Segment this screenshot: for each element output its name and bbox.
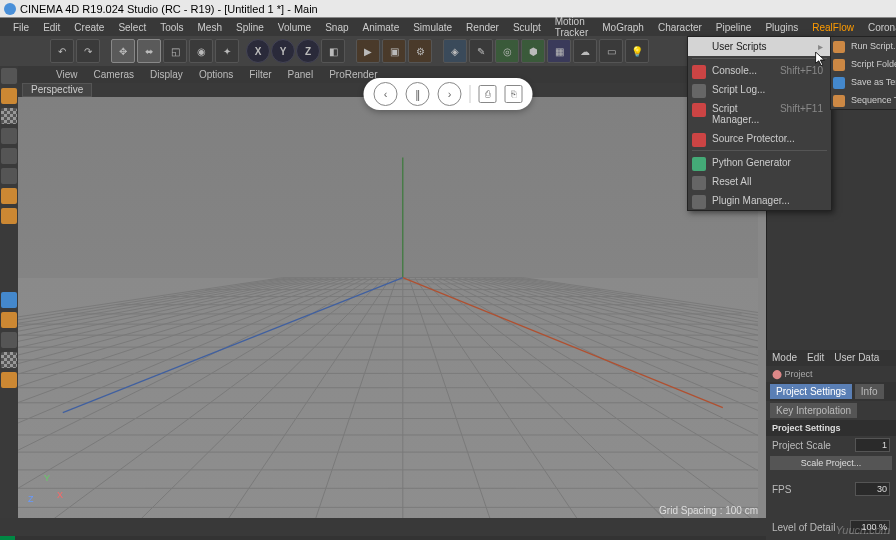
reset-all-item[interactable]: Reset All xyxy=(688,172,831,191)
vp-menu-options[interactable]: Options xyxy=(191,68,241,81)
vp-menu-panel[interactable]: Panel xyxy=(280,68,322,81)
script-dropdown-menu: User Scripts▸ Console...Shift+F10 Script… xyxy=(687,36,832,211)
attr-mode[interactable]: Mode xyxy=(772,352,797,364)
select-tool[interactable]: ✥ xyxy=(111,39,135,63)
menu-mograph[interactable]: MoGraph xyxy=(595,20,651,35)
attr-userdata[interactable]: User Data xyxy=(834,352,879,364)
object-mode-icon[interactable] xyxy=(1,88,17,104)
model-mode-icon[interactable] xyxy=(1,68,17,84)
point-mode-icon[interactable] xyxy=(1,148,17,164)
folder-icon xyxy=(833,59,845,71)
menu-motiontracker[interactable]: Motion Tracker xyxy=(548,14,596,40)
axis-gizmo[interactable]: Y X Z xyxy=(28,473,63,508)
y-axis-lock[interactable]: Y xyxy=(271,39,295,63)
snap-icon[interactable] xyxy=(1,292,17,308)
scale-tool[interactable]: ◱ xyxy=(163,39,187,63)
main-menubar: File Edit Create Select Tools Mesh Splin… xyxy=(0,18,896,36)
render-region[interactable]: ▣ xyxy=(382,39,406,63)
undo-button[interactable]: ↶ xyxy=(50,39,74,63)
render-view[interactable]: ▶ xyxy=(356,39,380,63)
pen-tool[interactable]: ✎ xyxy=(469,39,493,63)
menu-sculpt[interactable]: Sculpt xyxy=(506,20,548,35)
manager-icon xyxy=(692,103,706,117)
project-scale-label: Project Scale xyxy=(772,440,831,451)
vp-menu-cameras[interactable]: Cameras xyxy=(86,68,143,81)
menu-plugins[interactable]: Plugins xyxy=(758,20,805,35)
reset-icon xyxy=(692,176,706,190)
vp-menu-display[interactable]: Display xyxy=(142,68,191,81)
redo-button[interactable]: ↷ xyxy=(76,39,100,63)
prev-button[interactable]: ‹ xyxy=(374,82,398,106)
project-scale-input[interactable] xyxy=(855,438,890,452)
vp-menu-filter[interactable]: Filter xyxy=(241,68,279,81)
next-button[interactable]: › xyxy=(438,82,462,106)
vp-menu-view[interactable]: View xyxy=(48,68,86,81)
python-icon xyxy=(692,157,706,171)
render-settings[interactable]: ⚙ xyxy=(408,39,432,63)
menu-animate[interactable]: Animate xyxy=(356,20,407,35)
save-template-item[interactable]: Save as Temp xyxy=(831,73,896,91)
plugin-manager-item[interactable]: Plugin Manager... xyxy=(688,191,831,210)
menu-create[interactable]: Create xyxy=(67,20,111,35)
user-scripts-item[interactable]: User Scripts▸ xyxy=(688,37,831,56)
camera-obj[interactable]: ▭ xyxy=(599,39,623,63)
menu-volume[interactable]: Volume xyxy=(271,20,318,35)
tab-project-settings[interactable]: Project Settings xyxy=(770,384,852,399)
attr-edit[interactable]: Edit xyxy=(807,352,824,364)
menu-edit[interactable]: Edit xyxy=(36,20,67,35)
viewport-solo-icon[interactable] xyxy=(1,372,17,388)
menu-character[interactable]: Character xyxy=(651,20,709,35)
menu-select[interactable]: Select xyxy=(111,20,153,35)
menu-realflow[interactable]: RealFlow xyxy=(805,20,861,35)
polygon-mode-icon[interactable] xyxy=(1,188,17,204)
cube-primitive[interactable]: ◈ xyxy=(443,39,467,63)
script-log-item[interactable]: Script Log... xyxy=(688,80,831,99)
viewport-tab-perspective[interactable]: Perspective xyxy=(22,83,92,97)
menu-pipeline[interactable]: Pipeline xyxy=(709,20,759,35)
coord-system[interactable]: ◧ xyxy=(321,39,345,63)
rotate-tool[interactable]: ◉ xyxy=(189,39,213,63)
workplane-icon[interactable] xyxy=(1,312,17,328)
axis-mode-icon[interactable] xyxy=(1,208,17,224)
mouse-cursor xyxy=(815,52,829,68)
light-obj[interactable]: 💡 xyxy=(625,39,649,63)
edge-mode-icon[interactable] xyxy=(1,168,17,184)
quantize-icon[interactable] xyxy=(1,332,17,348)
viewport-canvas[interactable] xyxy=(18,97,758,518)
menu-mesh[interactable]: Mesh xyxy=(191,20,229,35)
save-all-icon[interactable]: ⎘ xyxy=(505,85,523,103)
menu-corona[interactable]: Corona xyxy=(861,20,896,35)
script-manager-item[interactable]: Script Manager...Shift+F11 xyxy=(688,99,831,129)
save-frame-icon[interactable]: ⎙ xyxy=(479,85,497,103)
x-axis-lock[interactable]: X xyxy=(246,39,270,63)
uv-mode-icon[interactable] xyxy=(1,128,17,144)
locked-icon[interactable] xyxy=(1,352,17,368)
sequence-item[interactable]: Sequence To xyxy=(831,91,896,109)
script-folder-item[interactable]: Script Folder xyxy=(831,55,896,73)
move-tool[interactable]: ⬌ xyxy=(137,39,161,63)
pause-button[interactable]: ‖ xyxy=(406,82,430,106)
tab-key-interpolation[interactable]: Key Interpolation xyxy=(770,403,857,418)
timeline-bar[interactable] xyxy=(0,536,766,540)
console-item[interactable]: Console...Shift+F10 xyxy=(688,61,831,80)
recent-tool[interactable]: ✦ xyxy=(215,39,239,63)
python-generator-item[interactable]: Python Generator xyxy=(688,153,831,172)
menu-file[interactable]: File xyxy=(6,20,36,35)
menu-spline[interactable]: Spline xyxy=(229,20,271,35)
menu-tools[interactable]: Tools xyxy=(153,20,190,35)
subdivision[interactable]: ◎ xyxy=(495,39,519,63)
run-script-item[interactable]: Run Script... xyxy=(831,37,896,55)
texture-mode-icon[interactable] xyxy=(1,108,17,124)
source-protector-item[interactable]: Source Protector... xyxy=(688,129,831,148)
scale-project-button[interactable]: Scale Project... xyxy=(770,456,892,470)
environment[interactable]: ☁ xyxy=(573,39,597,63)
menu-render[interactable]: Render xyxy=(459,20,506,35)
fps-input[interactable] xyxy=(855,482,890,496)
menu-simulate[interactable]: Simulate xyxy=(406,20,459,35)
tab-info[interactable]: Info xyxy=(855,384,884,399)
generator[interactable]: ⬢ xyxy=(521,39,545,63)
menu-snap[interactable]: Snap xyxy=(318,20,355,35)
3d-viewport[interactable]: Grid Spacing : 100 cm Y X Z xyxy=(18,97,766,518)
deformer[interactable]: ▦ xyxy=(547,39,571,63)
z-axis-lock[interactable]: Z xyxy=(296,39,320,63)
